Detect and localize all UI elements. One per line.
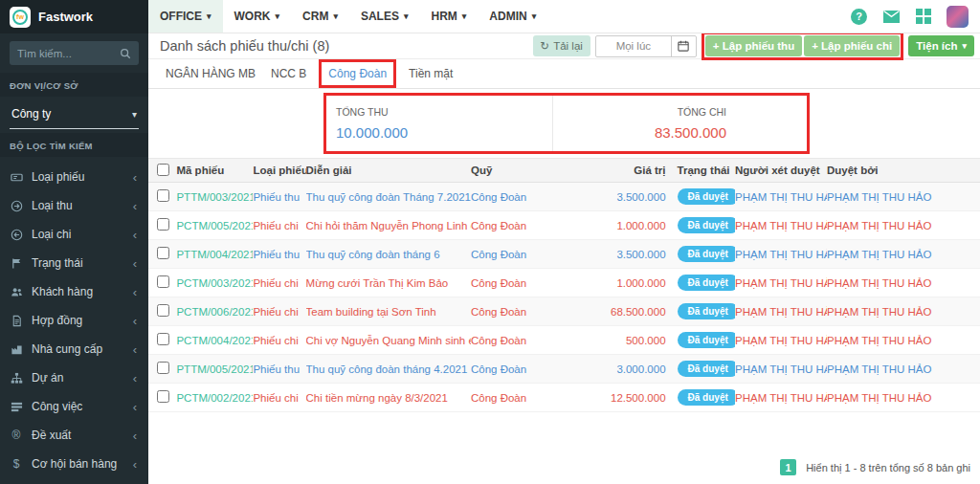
tab-ncc-b[interactable]: NCC B xyxy=(270,59,307,88)
sidebar-item-trang-thai[interactable]: Trạng thái ‹ xyxy=(0,249,148,277)
column-header-type[interactable]: Loại phiếu xyxy=(253,165,305,176)
amount: 3.000.000 xyxy=(611,363,666,375)
row-checkbox[interactable] xyxy=(157,189,169,202)
receipt-description[interactable]: Chi tiền mừng ngày 8/3/2021 xyxy=(306,392,471,404)
sidebar-item-hop-dong[interactable]: Hợp đồng ‹ xyxy=(0,306,148,335)
nav-item-sales[interactable]: SALES▾ xyxy=(349,0,420,33)
chevron-left-icon: ‹ xyxy=(133,371,137,385)
receipt-description[interactable]: Team building tại Sơn Tinh xyxy=(306,306,471,318)
contract-icon xyxy=(10,315,23,327)
row-checkbox[interactable] xyxy=(157,390,169,403)
create-payment-button[interactable]: + Lập phiếu chi xyxy=(804,35,900,56)
fund-name: Công Đoàn xyxy=(471,306,611,318)
sidebar-item-nha-cung-cap[interactable]: Nhà cung cấp ‹ xyxy=(0,335,148,363)
table-row[interactable]: PTTM/003/2021 Phiếu thu Thu quỹ công đoà… xyxy=(148,183,980,211)
plus-icon: + xyxy=(812,40,818,52)
receipts-table: Mã phiếu Loại phiếu Diễn giải Quỹ Giá tr… xyxy=(148,158,980,412)
help-icon[interactable]: ? xyxy=(851,9,867,25)
nav-item-hrm[interactable]: HRM▾ xyxy=(419,0,478,33)
refresh-icon: ↻ xyxy=(541,39,550,53)
receipt-code[interactable]: PCTM/006/2021 xyxy=(176,306,253,318)
page-button-1[interactable]: 1 xyxy=(780,459,796,475)
create-receipt-button[interactable]: + Lập phiếu thu xyxy=(705,35,802,56)
user-avatar[interactable] xyxy=(947,6,969,28)
table-row[interactable]: PCTM/004/2021 Phiếu chi Chi vợ Nguyễn Qu… xyxy=(148,326,980,355)
sidebar-item-co-hoi-ban-hang[interactable]: $ Cơ hội bán hàng ‹ xyxy=(0,450,148,478)
sidebar-item-loai-thu[interactable]: Loại thu ‹ xyxy=(0,191,148,220)
select-all-checkbox[interactable] xyxy=(157,164,169,176)
fund-name: Công Đoàn xyxy=(471,335,611,346)
row-checkbox[interactable] xyxy=(157,304,169,317)
column-header-approver[interactable]: Người xét duyệt xyxy=(735,165,827,176)
annotation-box-create-buttons: + Lập phiếu thu + Lập phiếu chi xyxy=(702,33,903,60)
sidebar-section-filter: BỘ LỌC TÌM KIẾM xyxy=(0,133,148,157)
tab-cong-doan[interactable]: Công Đoàn xyxy=(319,59,396,88)
column-header-fund[interactable]: Quỹ xyxy=(471,165,611,176)
receipt-code[interactable]: PTTM/004/2021 xyxy=(176,249,253,260)
receipt-code[interactable]: PTTM/005/2021 xyxy=(176,363,253,375)
row-checkbox[interactable] xyxy=(157,218,169,231)
receipt-code[interactable]: PTTM/003/2021 xyxy=(176,191,253,203)
approver: PHẠM THỊ THU HẢO xyxy=(735,277,827,289)
tab-ngan-hang-mb[interactable]: NGÂN HÀNG MB xyxy=(165,59,256,88)
fastwork-logo-icon: fw xyxy=(10,7,31,28)
receipt-description[interactable]: Thu quỹ công đoàn Tháng 7.2021 xyxy=(306,191,471,203)
receipt-code[interactable]: PCTM/003/2021 xyxy=(176,277,253,289)
table-row[interactable]: PTTM/004/2021 Phiếu thu Thu quỹ công đoà… xyxy=(148,240,980,269)
utilities-button[interactable]: Tiện ích▾ xyxy=(908,35,974,56)
arrow-right-circle-icon xyxy=(10,200,23,212)
sidebar-item-loai-phieu[interactable]: Loại phiếu ‹ xyxy=(0,163,148,191)
receipt-code[interactable]: PCTM/002/2021 xyxy=(176,392,253,404)
table-row[interactable]: PCTM/003/2021 Phiếu chi Mừng cưới Trần T… xyxy=(148,269,980,297)
sidebar-item-khach-hang[interactable]: Khách hàng ‹ xyxy=(0,277,148,306)
table-row[interactable]: PCTM/002/2021 Phiếu chi Chi tiền mừng ng… xyxy=(148,384,980,412)
column-header-description[interactable]: Diễn giải xyxy=(306,165,471,176)
users-icon xyxy=(10,286,23,298)
date-range-filter[interactable]: Mọi lúc xyxy=(595,35,697,57)
receipt-description[interactable]: Chi hỏi thăm Nguyễn Phong Linh ốm xyxy=(306,220,471,231)
chevron-down-icon: ▾ xyxy=(532,11,537,21)
table-row[interactable]: PCTM/006/2021 Phiếu chi Team building tạ… xyxy=(148,297,980,326)
tab-tien-mat[interactable]: Tiền mặt xyxy=(408,59,454,88)
inbox-icon[interactable] xyxy=(882,10,901,24)
nav-item-admin[interactable]: ADMIN▾ xyxy=(478,0,547,33)
receipt-code[interactable]: PCTM/005/2021 xyxy=(176,220,253,231)
row-checkbox[interactable] xyxy=(157,275,169,288)
approver: PHẠM THỊ THU HẢO xyxy=(735,363,827,375)
column-header-status[interactable]: Trạng thái xyxy=(666,165,735,176)
nav-item-office[interactable]: OFFICE▾ xyxy=(148,0,223,33)
sidebar-item-du-an[interactable]: Dự án ‹ xyxy=(0,363,148,392)
apps-grid-icon[interactable] xyxy=(916,9,931,24)
sidebar-item-cong-viec[interactable]: Công việc ‹ xyxy=(0,392,148,421)
table-header: Mã phiếu Loại phiếu Diễn giải Quỹ Giá tr… xyxy=(148,158,980,183)
table-row[interactable]: PCTM/005/2021 Phiếu chi Chi hỏi thăm Ngu… xyxy=(148,211,980,240)
chevron-left-icon: ‹ xyxy=(133,457,137,472)
table-row[interactable]: PTTM/005/2021 Phiếu thu Thu quỹ công đoà… xyxy=(148,355,980,384)
row-checkbox[interactable] xyxy=(157,333,169,345)
receipt-description[interactable]: Thu quỹ công đoàn tháng 6 xyxy=(306,249,471,260)
row-checkbox[interactable] xyxy=(157,247,169,259)
receipt-code[interactable]: PCTM/004/2021 xyxy=(176,335,253,346)
sidebar-item-loai-chi[interactable]: Loại chi ‹ xyxy=(0,220,148,249)
column-header-approved-by[interactable]: Duyệt bởi xyxy=(827,165,980,176)
fund-name: Công Đoàn xyxy=(471,191,611,203)
company-select[interactable]: Công ty ▾ xyxy=(10,103,139,129)
sidebar-item-de-xuat[interactable]: ® Đề xuất ‹ xyxy=(0,421,148,450)
nav-item-crm[interactable]: CRM▾ xyxy=(291,0,349,33)
title-toolbar: Danh sách phiếu thu/chi (8) ↻Tải lại Mọi… xyxy=(148,33,980,59)
column-header-code[interactable]: Mã phiếu xyxy=(176,165,253,176)
status-badge: Đã duyệt xyxy=(678,361,735,377)
reload-button[interactable]: ↻Tải lại xyxy=(533,35,590,56)
receipt-description[interactable]: Thu quỹ công đoàn tháng 4.2021 xyxy=(306,363,471,375)
search-input[interactable] xyxy=(17,48,118,59)
column-header-amount[interactable]: Giá trị xyxy=(611,165,666,176)
status-badge: Đã duyệt xyxy=(678,246,735,262)
sidebar-search[interactable] xyxy=(10,41,139,65)
receipt-type: Phiếu chi xyxy=(253,277,305,289)
receipt-description[interactable]: Chi vợ Nguyễn Quang Minh sinh em bé xyxy=(306,335,471,346)
row-checkbox[interactable] xyxy=(157,362,169,374)
pagination-info: Hiển thị 1 - 8 trên tổng số 8 bản ghi xyxy=(806,462,970,473)
receipt-description[interactable]: Mừng cưới Trần Thị Kim Bảo xyxy=(306,277,471,289)
nav-item-work[interactable]: WORK▾ xyxy=(223,0,292,33)
approver: PHẠM THỊ THU HẢO xyxy=(735,220,827,231)
